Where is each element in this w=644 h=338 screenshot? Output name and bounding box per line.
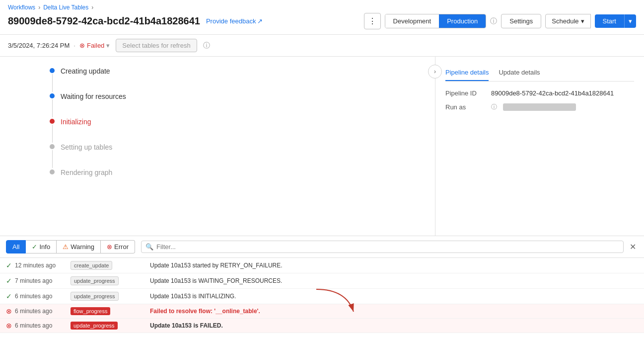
log-filter-all[interactable]: All	[6, 240, 26, 254]
log-badge: create_update	[71, 261, 112, 270]
log-row: ✓ 12 minutes ago create_update Update 10…	[0, 258, 644, 273]
step-dot-setting-up	[50, 144, 55, 149]
settings-button[interactable]: Settings	[501, 14, 541, 28]
step-label-initializing: Initializing	[61, 117, 91, 127]
run-status: ⊗ Failed ▾	[79, 42, 110, 49]
log-filter-info[interactable]: ✓ Info	[26, 240, 57, 254]
step-dot-rendering	[50, 169, 55, 174]
log-time: ✓ 6 minutes ago	[6, 292, 71, 300]
log-time: ⊗ 6 minutes ago	[6, 307, 71, 315]
select-tables-button[interactable]: Select tables for refresh	[116, 39, 197, 52]
run-as-info-icon: ⓘ	[491, 103, 497, 111]
log-message: Update 10a153 is WAITING_FOR_RESOURCES.	[150, 277, 638, 284]
status-error-icon: ⊗	[6, 307, 12, 315]
log-row-error2: ⊗ 6 minutes ago update_progress Update 1…	[0, 319, 644, 333]
log-badge-error2: update_progress	[71, 322, 118, 330]
mode-toggle: Development Production	[385, 14, 487, 28]
log-message: Update 10a153 started by RETRY_ON_FAILUR…	[150, 262, 638, 269]
log-row: ✓ 7 minutes ago update_progress Update 1…	[0, 273, 644, 289]
development-mode-button[interactable]: Development	[385, 14, 439, 28]
tab-pipeline-details[interactable]: Pipeline details	[445, 65, 489, 81]
breadcrumb-delta-live-tables[interactable]: Delta Live Tables	[43, 4, 88, 11]
start-button-group: Start ▾	[595, 14, 636, 28]
step-waiting-for-resources: Waiting for resources	[50, 92, 415, 117]
breadcrumb: Workflows › Delta Live Tables ›	[8, 4, 636, 11]
pipeline-id-label: Pipeline ID	[445, 89, 485, 97]
step-rendering-graph: Rendering graph	[50, 168, 415, 178]
status-ok-icon: ✓	[6, 292, 12, 300]
run-date: 3/5/2024, 7:26:24 PM	[8, 42, 70, 49]
more-options-button[interactable]: ⋮	[364, 13, 381, 29]
status-ok-icon: ✓	[6, 277, 12, 285]
log-row: ✓ 6 minutes ago update_progress Update 1…	[0, 289, 644, 304]
step-dot-initializing	[50, 119, 55, 124]
pipeline-id-row: Pipeline ID 89009de8-5792-42ca-bcd2-41b4…	[445, 89, 634, 97]
schedule-button[interactable]: Schedule ▾	[545, 14, 590, 28]
run-info: 3/5/2024, 7:26:24 PM · ⊗ Failed ▾	[8, 42, 110, 49]
run-as-row: Run as ⓘ ████████████████	[445, 103, 634, 111]
collapse-panel-button[interactable]: ›	[428, 65, 442, 79]
production-mode-button[interactable]: Production	[439, 14, 486, 28]
steps-list: Creating update Waiting for resources In…	[50, 67, 415, 178]
run-as-label: Run as	[445, 103, 485, 111]
step-dot-waiting	[50, 93, 55, 98]
pipeline-id-value: 89009de8-5792-42ca-bcd2-41b4a1828641	[491, 89, 614, 97]
breadcrumb-sep2: ›	[91, 4, 93, 11]
breadcrumb-sep1: ›	[38, 4, 40, 11]
log-toolbar: All ✓ Info ⚠ Warning ⊗ Error 🔍 ✕	[0, 236, 644, 258]
step-label-rendering: Rendering graph	[61, 168, 112, 178]
schedule-button-group: Schedule ▾	[545, 14, 590, 28]
step-dot-creating-update	[50, 68, 55, 73]
step-initializing: Initializing	[50, 117, 415, 143]
log-table: ✓ 12 minutes ago create_update Update 10…	[0, 258, 644, 335]
select-tables-info-icon: ⓘ	[203, 41, 210, 50]
step-label-waiting: Waiting for resources	[61, 92, 126, 102]
feedback-link[interactable]: Provide feedback ↗	[206, 17, 263, 25]
breadcrumb-workflows[interactable]: Workflows	[8, 4, 35, 11]
log-message-error: Failed to resolve flow: '__online_table'…	[150, 308, 638, 315]
log-message: Update 10a153 is INITIALIZING.	[150, 293, 638, 300]
pipeline-view: › Creating update Waiting for resources	[0, 57, 435, 236]
main-content: › Creating update Waiting for resources	[0, 57, 644, 236]
log-filter-warning[interactable]: ⚠ Warning	[57, 240, 101, 254]
pipeline-id-title: 89009de8-5792-42ca-bcd2-41b4a1828641	[8, 15, 200, 27]
header-row: 89009de8-5792-42ca-bcd2-41b4a1828641 Pro…	[8, 13, 636, 34]
header-left: 89009de8-5792-42ca-bcd2-41b4a1828641 Pro…	[8, 15, 263, 27]
step-label-creating-update: Creating update	[61, 67, 110, 77]
header-right: ⋮ Development Production ⓘ Settings Sche…	[364, 13, 636, 29]
start-caret-button[interactable]: ▾	[624, 14, 636, 28]
tab-update-details[interactable]: Update details	[499, 65, 540, 81]
log-row-error: ⊗ 6 minutes ago flow_progress Failed to …	[0, 304, 644, 319]
log-badge-error: flow_progress	[71, 307, 110, 315]
close-log-button[interactable]: ✕	[628, 240, 638, 254]
header: Workflows › Delta Live Tables › 89009de8…	[0, 0, 644, 35]
log-search-input[interactable]	[156, 243, 619, 251]
log-section: All ✓ Info ⚠ Warning ⊗ Error 🔍 ✕ ✓ 12 mi…	[0, 236, 644, 335]
step-creating-update: Creating update	[50, 67, 415, 92]
toolbar: 3/5/2024, 7:26:24 PM · ⊗ Failed ▾ Select…	[0, 35, 644, 57]
mode-info-icon: ⓘ	[490, 17, 497, 26]
start-button[interactable]: Start	[595, 14, 624, 28]
log-filter-error[interactable]: ⊗ Error	[101, 240, 135, 254]
status-error-icon: ⊗	[6, 322, 12, 330]
log-badge: update_progress	[71, 276, 119, 285]
log-time: ⊗ 6 minutes ago	[6, 322, 71, 330]
log-search-box[interactable]: 🔍	[141, 241, 624, 253]
details-tabs: Pipeline details Update details	[445, 65, 634, 82]
step-label-setting-up: Setting up tables	[61, 143, 112, 153]
log-badge: update_progress	[71, 292, 119, 301]
log-message-error2: Update 10a153 is FAILED.	[150, 322, 638, 329]
search-icon: 🔍	[145, 243, 153, 251]
pipeline-details-panel: Pipeline details Update details Pipeline…	[435, 57, 644, 236]
log-time: ✓ 12 minutes ago	[6, 261, 71, 269]
step-setting-up-tables: Setting up tables	[50, 143, 415, 168]
run-as-value: ████████████████	[503, 103, 576, 111]
status-ok-icon: ✓	[6, 261, 12, 269]
log-time: ✓ 7 minutes ago	[6, 277, 71, 285]
